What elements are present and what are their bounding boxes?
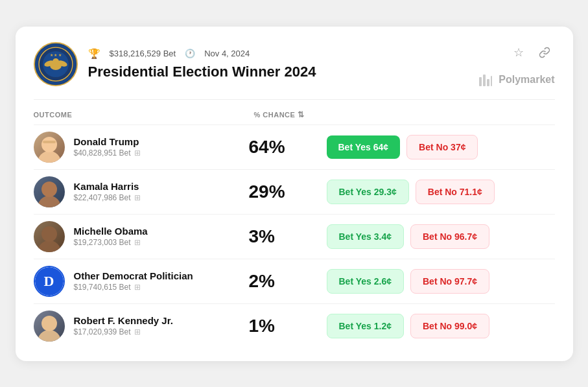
svg-rect-14 xyxy=(43,141,56,143)
table-header: OUTCOME % CHANCE ⇅ xyxy=(34,108,555,124)
header-right: ☆ Polymarket xyxy=(478,42,554,88)
outcome-name: Michelle Obama xyxy=(74,226,249,237)
outcome-bet: $17,020,939 Bet ⊞ xyxy=(74,327,249,336)
avatar xyxy=(34,176,65,207)
svg-point-15 xyxy=(38,196,61,207)
svg-point-16 xyxy=(41,182,57,197)
table-row: Robert F. Kennedy Jr. $17,020,939 Bet ⊞ … xyxy=(34,303,555,348)
avatar-svg xyxy=(34,132,65,163)
svg-point-13 xyxy=(41,137,57,152)
outcome-chance: 29% xyxy=(249,182,327,202)
bet-yes-button[interactable]: Bet Yes 1.2¢ xyxy=(327,314,404,338)
outcome-info: Other Democrat Politician $19,740,615 Be… xyxy=(74,270,249,292)
outcome-bet: $40,828,951 Bet ⊞ xyxy=(74,148,249,158)
header-left: ★ ★ ★ 🏆 $318,216,529 Bet 🕐 Nov 4, 2024 P… xyxy=(34,42,316,86)
avatar-svg xyxy=(34,311,65,342)
trophy-icon: 🏆 xyxy=(88,48,100,60)
outcome-actions: Bet Yes 1.2¢ Bet No 99.0¢ xyxy=(327,314,555,338)
svg-point-12 xyxy=(38,151,61,163)
avatar xyxy=(34,221,65,252)
clock-icon: 🕐 xyxy=(185,49,195,58)
share-icon: ⊞ xyxy=(134,327,141,336)
card-header: ★ ★ ★ 🏆 $318,216,529 Bet 🕐 Nov 4, 2024 P… xyxy=(34,42,555,88)
table-row: Donald Trump $40,828,951 Bet ⊞ 64% Bet Y… xyxy=(34,124,555,169)
bet-no-button[interactable]: Bet No 97.7¢ xyxy=(410,269,489,294)
share-icon: ⊞ xyxy=(134,148,141,158)
outcome-bet: $19,740,615 Bet ⊞ xyxy=(74,283,249,292)
avatar: D xyxy=(34,266,65,297)
polymarket-icon xyxy=(478,72,493,88)
svg-point-19 xyxy=(38,330,61,342)
share-icon: ⊞ xyxy=(134,283,141,292)
svg-rect-8 xyxy=(479,77,482,86)
outcome-bet: $22,407,986 Bet ⊞ xyxy=(74,193,249,202)
svg-text:★ ★ ★: ★ ★ ★ xyxy=(49,53,61,57)
share-icon: ⊞ xyxy=(134,238,141,247)
outcome-actions: Bet Yes 2.6¢ Bet No 97.7¢ xyxy=(327,269,555,294)
col-header-outcome: OUTCOME xyxy=(34,111,254,119)
outcome-actions: Bet Yes 29.3¢ Bet No 71.1¢ xyxy=(327,180,555,204)
outcome-actions: Bet Yes 64¢ Bet No 37¢ xyxy=(327,135,555,159)
table-row: Kamala Harris $22,407,986 Bet ⊞ 29% Bet … xyxy=(34,169,555,214)
outcome-info: Robert F. Kennedy Jr. $17,020,939 Bet ⊞ xyxy=(74,315,249,336)
bet-no-button[interactable]: Bet No 37¢ xyxy=(406,135,478,159)
page-title: Presidential Election Winner 2024 xyxy=(88,64,316,80)
svg-point-18 xyxy=(41,226,57,242)
table-row: D Other Democrat Politician $19,740,615 … xyxy=(34,259,555,303)
bet-yes-button[interactable]: Bet Yes 29.3¢ xyxy=(327,180,409,204)
link-icon xyxy=(539,47,550,58)
outcome-actions: Bet Yes 3.4¢ Bet No 96.7¢ xyxy=(327,224,555,249)
table-row: Michelle Obama $19,273,003 Bet ⊞ 3% Bet … xyxy=(34,214,555,259)
col-header-chance: % CHANCE ⇅ xyxy=(254,110,332,119)
date-label: Nov 4, 2024 xyxy=(204,49,250,58)
outcome-info: Kamala Harris $22,407,986 Bet ⊞ xyxy=(74,181,249,202)
outcome-name: Kamala Harris xyxy=(74,181,249,192)
avatar xyxy=(34,132,65,163)
total-bet: $318,216,529 Bet xyxy=(110,49,176,58)
sort-icon[interactable]: ⇅ xyxy=(298,110,305,119)
star-button[interactable]: ☆ xyxy=(508,42,529,63)
bet-yes-button[interactable]: Bet Yes 2.6¢ xyxy=(327,269,404,294)
avatar-svg xyxy=(34,221,65,252)
header-title-block: 🏆 $318,216,529 Bet 🕐 Nov 4, 2024 Preside… xyxy=(88,48,316,80)
outcome-info: Michelle Obama $19,273,003 Bet ⊞ xyxy=(74,226,249,247)
avatar xyxy=(34,311,65,342)
svg-rect-10 xyxy=(487,79,489,86)
avatar-svg xyxy=(34,176,65,207)
bet-yes-button[interactable]: Bet Yes 64¢ xyxy=(327,135,401,159)
outcome-chance: 2% xyxy=(249,271,327,292)
outcome-name: Other Democrat Politician xyxy=(74,270,249,281)
svg-rect-11 xyxy=(491,76,492,86)
link-button[interactable] xyxy=(534,42,555,63)
outcome-bet: $19,273,003 Bet ⊞ xyxy=(74,238,249,247)
header-divider xyxy=(34,99,555,100)
democrat-d-icon: D xyxy=(35,267,64,296)
bet-no-button[interactable]: Bet No 96.7¢ xyxy=(410,224,489,249)
bet-yes-button[interactable]: Bet Yes 3.4¢ xyxy=(327,224,404,249)
outcome-chance: 1% xyxy=(249,316,327,336)
presidential-seal: ★ ★ ★ xyxy=(34,42,78,86)
outcome-chance: 64% xyxy=(249,137,327,158)
header-icons: ☆ xyxy=(508,42,555,63)
svg-point-20 xyxy=(41,316,57,331)
star-icon: ☆ xyxy=(513,45,524,60)
outcome-chance: 3% xyxy=(249,226,327,247)
bet-no-button[interactable]: Bet No 71.1¢ xyxy=(416,180,495,204)
polymarket-logo: Polymarket xyxy=(478,72,554,88)
seal-svg: ★ ★ ★ xyxy=(38,46,74,82)
outcome-name: Robert F. Kennedy Jr. xyxy=(74,315,249,326)
outcome-name: Donald Trump xyxy=(74,136,249,147)
share-icon: ⊞ xyxy=(134,193,141,202)
main-card: ★ ★ ★ 🏆 $318,216,529 Bet 🕐 Nov 4, 2024 P… xyxy=(16,27,573,361)
polymarket-label: Polymarket xyxy=(499,74,554,86)
svg-point-17 xyxy=(38,240,61,252)
header-meta: 🏆 $318,216,529 Bet 🕐 Nov 4, 2024 xyxy=(88,48,316,60)
svg-rect-9 xyxy=(483,75,486,86)
outcome-info: Donald Trump $40,828,951 Bet ⊞ xyxy=(74,136,249,158)
bet-no-button[interactable]: Bet No 99.0¢ xyxy=(410,314,489,338)
outcomes-table: Donald Trump $40,828,951 Bet ⊞ 64% Bet Y… xyxy=(34,124,555,348)
